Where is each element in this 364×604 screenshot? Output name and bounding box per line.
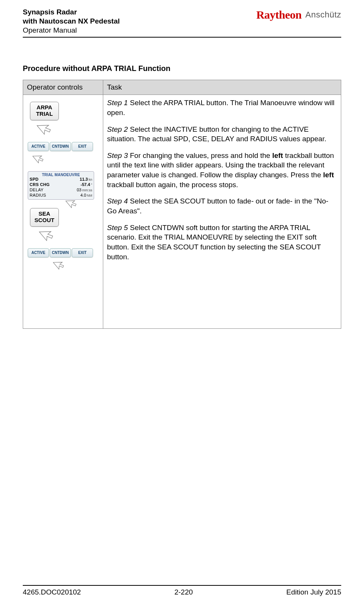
step-3-text-c: trackball button again, the process stop… [107, 181, 238, 189]
step-3-text-a: For changing the values, press and hold … [128, 151, 272, 159]
step-4-label: Step 4 [107, 197, 128, 205]
arpa-trial-label-l2: TRIAL [30, 111, 58, 117]
trial-delay-value: 03 [77, 188, 81, 192]
step-4: Step 4 Select the SEA SCOUT button to fa… [107, 196, 337, 216]
page-header: Synapsis Radar with Nautoscan NX Pedesta… [23, 8, 341, 38]
trial-radius-value: 4.0 [80, 193, 86, 197]
doc-title-block: Synapsis Radar with Nautoscan NX Pedesta… [23, 8, 120, 35]
content-area: Procedure without ARPA TRIAL Function Op… [23, 38, 341, 585]
trial-crs-unit: ° [91, 183, 92, 187]
col-header-operator: Operator controls [23, 80, 103, 95]
step-3: Step 3 For changing the values, press an… [107, 151, 337, 190]
cursor-arrow-icon [38, 118, 110, 137]
brand-raytheon: Raytheon [256, 8, 301, 21]
step-3-bold-b: left [323, 171, 334, 179]
col-header-task: Task [103, 80, 341, 95]
doc-title-line1: Synapsis Radar [23, 8, 120, 17]
operator-controls-cell: ARPA TRIAL ACTIVE CNTDWN EXIT [23, 95, 103, 329]
step-2-text: Select the INACTIVE button for changing … [107, 125, 326, 143]
cursor-arrow-icon [34, 150, 106, 165]
trial-manoeuvre-panel: TRIAL MANOEUVRE SPD 11.3kn CRS CHG -57.4… [28, 171, 94, 200]
step-3-bold-a: left [272, 151, 283, 159]
sea-scout-button[interactable]: SEA SCOUT [30, 208, 59, 227]
svg-marker-3 [39, 226, 55, 242]
section-title: Procedure without ARPA TRIAL Function [23, 64, 341, 73]
step-5: Step 5 Select CNTDWN soft button for sta… [107, 223, 337, 262]
step-3-label: Step 3 [107, 151, 128, 159]
brand-block: Raytheon Anschütz [256, 8, 341, 21]
svg-marker-2 [66, 197, 77, 209]
page-footer: 4265.DOC020102 2-220 Edition July 2015 [23, 585, 341, 596]
svg-marker-1 [33, 152, 44, 164]
trial-spd-unit: kn [88, 178, 92, 181]
trial-crs-label: CRS CHG [30, 182, 50, 188]
step-1: Step 1 Select the ARPA TRIAL button. The… [107, 98, 337, 117]
trial-spd-value: 11.3 [80, 177, 88, 181]
active-button-2[interactable]: ACTIVE [28, 248, 49, 257]
step-2: Step 2 Select the INACTIVE button for ch… [107, 125, 337, 144]
cursor-arrow-icon [41, 224, 113, 243]
footer-doc-number: 4265.DOC020102 [23, 588, 81, 596]
step-4-text: Select the SEA SCOUT button to fade- out… [107, 197, 328, 215]
cursor-arrow-icon [54, 257, 126, 271]
trial-panel-title: TRIAL MANOEUVRE [30, 173, 92, 177]
cntdwn-button-1[interactable]: CNTDWN [50, 142, 71, 151]
step-5-text: Select CNTDWN soft button for starting t… [107, 224, 321, 261]
sea-scout-label-l1: SEA [30, 211, 58, 217]
svg-marker-0 [37, 120, 52, 136]
trial-crs-value: -57.4 [80, 182, 90, 187]
brand-anschutz: Anschütz [306, 10, 342, 20]
task-cell: Step 1 Select the ARPA TRIAL button. The… [103, 95, 341, 329]
step-1-text: Select the ARPA TRIAL button. The Trial … [107, 99, 334, 117]
arpa-trial-label-l1: ARPA [30, 104, 58, 111]
trial-delay-unit: mm:ss [82, 188, 93, 192]
trial-radius-label: RADIUS [30, 193, 46, 198]
exit-button-1[interactable]: EXIT [72, 142, 93, 151]
svg-marker-4 [53, 258, 65, 270]
trial-radius-unit: NM [87, 194, 92, 197]
exit-button-2[interactable]: EXIT [72, 248, 93, 257]
procedure-table: Operator controls Task ARPA TRIAL [23, 80, 341, 329]
sea-scout-label-l2: SCOUT [30, 217, 58, 224]
trial-spd-label: SPD [30, 177, 39, 182]
doc-title-line2: with Nautoscan NX Pedestal [23, 17, 120, 26]
trial-delay-label: DELAY [30, 188, 44, 193]
footer-page-number: 2-220 [174, 588, 193, 596]
footer-edition: Edition July 2015 [286, 588, 341, 596]
doc-subtitle: Operator Manual [23, 26, 120, 35]
step-1-label: Step 1 [107, 99, 128, 107]
